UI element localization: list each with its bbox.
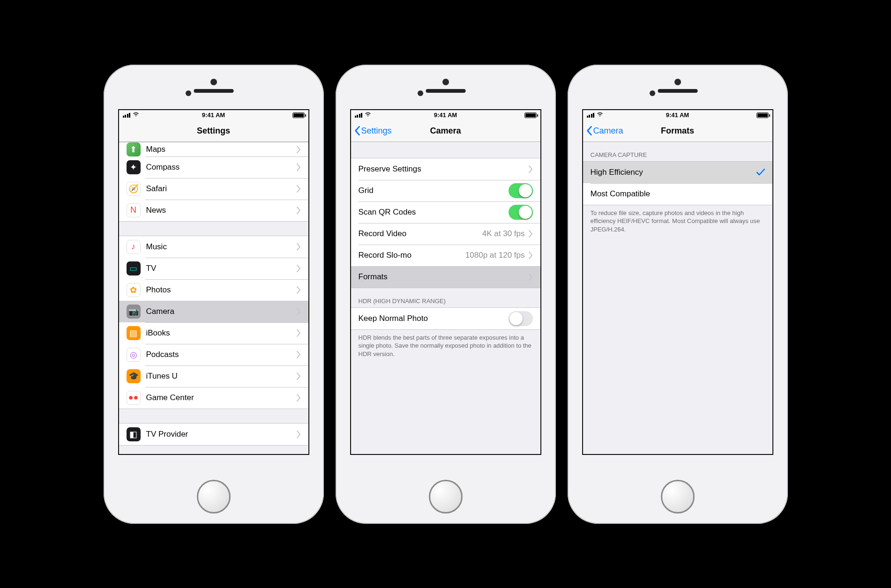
chevron-right-icon (297, 146, 301, 153)
tv-icon: ▭ (127, 261, 141, 275)
speaker-slot (426, 89, 465, 93)
formats-group: High Efficiency Most Compatible (583, 161, 772, 205)
chevron-right-icon (297, 185, 301, 193)
home-button[interactable] (661, 480, 695, 514)
group-footer: To reduce file size, capture photos and … (583, 205, 772, 240)
camera-group-2: Keep Normal Photo (351, 307, 540, 330)
row-label: Grid (359, 186, 509, 195)
settings-row-safari[interactable]: 🧭 Safari (119, 178, 308, 200)
compass-icon: ✦ (127, 160, 141, 174)
iphone-mockup-settings: 9:41 AM Settings ⬆︎ Maps ✦ Compass 🧭 Saf… (104, 65, 324, 524)
group-spacer (351, 142, 540, 158)
sensor-dot (418, 90, 423, 96)
status-time: 9:41 AM (202, 112, 225, 119)
page-title: Formats (661, 126, 694, 136)
row-label: Record Video (359, 229, 482, 238)
cellular-signal-icon (587, 113, 595, 118)
camera-icon: 📷 (127, 305, 141, 319)
nav-bar: Settings (119, 120, 308, 142)
screen: 9:41 AM Settings Camera Preserve Setting… (350, 109, 541, 455)
settings-row-ibooks[interactable]: ▤ iBooks (119, 322, 308, 344)
settings-row-camera[interactable]: 📷 Camera (119, 301, 308, 322)
settings-list[interactable]: ⬆︎ Maps ✦ Compass 🧭 Safari N News ♪ Musi… (119, 142, 308, 454)
cellular-signal-icon (123, 113, 131, 118)
chevron-right-icon (529, 230, 533, 238)
page-title: Settings (197, 126, 230, 136)
settings-group: ♪ Music ▭ TV ✿ Photos 📷 Camera ▤ iBooks (119, 236, 308, 409)
keep normal photo-switch[interactable] (509, 311, 533, 326)
formats-list[interactable]: CAMERA CAPTURE High Efficiency Most Comp… (583, 142, 772, 454)
chevron-right-icon (529, 273, 533, 281)
camera-row-record video[interactable]: Record Video4K at 30 fps (351, 223, 540, 245)
itunes u-icon: 🎓 (127, 369, 141, 383)
battery-icon (524, 112, 537, 118)
chevron-right-icon (297, 351, 301, 358)
row-label: Photos (146, 285, 297, 295)
chevron-right-icon (297, 243, 301, 251)
row-label: Scan QR Codes (359, 208, 509, 217)
settings-row-podcasts[interactable]: ◎ Podcasts (119, 344, 308, 365)
nav-bar: Settings Camera (351, 120, 540, 142)
back-label: Camera (593, 126, 623, 136)
grid-switch[interactable] (509, 183, 533, 198)
row-label: Record Slo-mo (359, 251, 465, 260)
camera-settings-list[interactable]: Preserve Settings Grid Scan QR Codes Rec… (351, 142, 540, 454)
chevron-right-icon (297, 372, 301, 380)
front-camera-dot (442, 79, 449, 85)
settings-row-news[interactable]: N News (119, 200, 308, 221)
scan qr codes-switch[interactable] (509, 205, 533, 220)
settings-group: ◧ TV Provider (119, 423, 308, 446)
news-icon: N (127, 203, 141, 217)
home-button[interactable] (429, 480, 463, 514)
front-camera-dot (210, 79, 217, 85)
group-footer: HDR blends the best parts of three separ… (351, 330, 540, 365)
row-label: Music (146, 242, 297, 252)
maps-icon: ⬆︎ (127, 142, 141, 156)
status-bar: 9:41 AM (583, 110, 772, 120)
home-button[interactable] (197, 480, 231, 514)
settings-row-itunes u[interactable]: 🎓 iTunes U (119, 365, 308, 387)
settings-group: ⬆︎ Maps ✦ Compass 🧭 Safari N News (119, 142, 308, 222)
battery-icon (292, 112, 305, 118)
camera-row-scan qr codes[interactable]: Scan QR Codes (351, 201, 540, 223)
format-option-most compatible[interactable]: Most Compatible (583, 183, 772, 205)
settings-row-tv[interactable]: ▭ TV (119, 258, 308, 279)
status-time: 9:41 AM (666, 112, 689, 119)
back-button[interactable]: Settings (354, 126, 392, 136)
camera-row-keep normal photo[interactable]: Keep Normal Photo (351, 308, 540, 329)
camera-group-1: Preserve Settings Grid Scan QR Codes Rec… (351, 158, 540, 288)
row-label: iTunes U (146, 372, 297, 381)
camera-row-record slo-mo[interactable]: Record Slo-mo1080p at 120 fps (351, 245, 540, 266)
wifi-icon (132, 112, 140, 119)
format-option-high efficiency[interactable]: High Efficiency (583, 162, 772, 183)
row-label: Compass (146, 163, 297, 172)
back-button[interactable]: Camera (586, 126, 623, 136)
camera-row-formats[interactable]: Formats (351, 266, 540, 288)
ibooks-icon: ▤ (127, 326, 141, 340)
wifi-icon (364, 112, 372, 119)
cellular-signal-icon (355, 113, 363, 118)
status-bar: 9:41 AM (119, 110, 308, 120)
row-label: News (146, 206, 297, 215)
page-title: Camera (430, 126, 461, 136)
chevron-right-icon (297, 308, 301, 315)
settings-row-maps[interactable]: ⬆︎ Maps (119, 142, 308, 156)
chevron-right-icon (297, 329, 301, 337)
row-label: TV Provider (146, 430, 297, 439)
settings-row-photos[interactable]: ✿ Photos (119, 279, 308, 301)
row-label: iBooks (146, 328, 297, 338)
group-spacer (119, 222, 308, 236)
front-camera-dot (674, 79, 681, 85)
screen: 9:41 AM Camera Formats CAMERA CAPTURE Hi… (582, 109, 773, 455)
podcasts-icon: ◎ (127, 348, 141, 362)
settings-row-tv provider[interactable]: ◧ TV Provider (119, 424, 308, 445)
camera-row-grid[interactable]: Grid (351, 180, 540, 201)
camera-row-preserve settings[interactable]: Preserve Settings (351, 158, 540, 180)
settings-row-game center[interactable]: ●● Game Center (119, 387, 308, 409)
settings-row-compass[interactable]: ✦ Compass (119, 156, 308, 178)
settings-row-music[interactable]: ♪ Music (119, 236, 308, 258)
chevron-right-icon (529, 165, 533, 173)
battery-icon (756, 112, 769, 118)
row-label: Keep Normal Photo (359, 314, 509, 323)
row-detail: 4K at 30 fps (482, 229, 525, 238)
